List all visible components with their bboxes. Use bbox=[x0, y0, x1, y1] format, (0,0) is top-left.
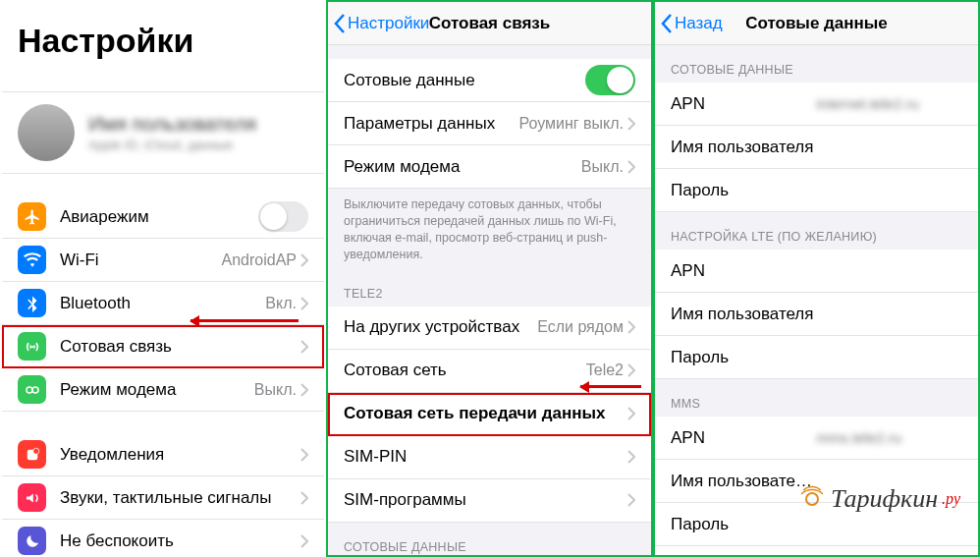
hotspot-icon bbox=[18, 375, 46, 404]
row-label: Имя пользователя bbox=[671, 305, 962, 324]
row-mmsc[interactable]: MMSC http://mmsc.tele2.ru bbox=[655, 546, 978, 557]
chevron-right-icon bbox=[627, 493, 635, 507]
row-value: Если рядом bbox=[537, 318, 624, 336]
svg-point-3 bbox=[32, 448, 38, 454]
navbar: Назад Сотовые данные bbox=[655, 2, 978, 45]
chevron-right-icon bbox=[627, 117, 635, 131]
row-label: На других устройствах bbox=[344, 317, 537, 337]
chevron-right-icon bbox=[300, 383, 308, 397]
row-label: Bluetooth bbox=[60, 294, 265, 313]
row-other-devices[interactable]: На других устройствах Если рядом bbox=[328, 306, 651, 350]
row-airplane-mode[interactable]: Авиарежим bbox=[2, 195, 324, 239]
notifications-icon bbox=[18, 440, 46, 469]
cellular-data-toggle[interactable] bbox=[585, 65, 635, 95]
bluetooth-icon bbox=[18, 289, 46, 317]
apn-panel: Назад Сотовые данные СОТОВЫЕ ДАННЫЕ APN … bbox=[653, 0, 980, 557]
cellular-icon bbox=[18, 332, 46, 361]
row-lte-username[interactable]: Имя пользователя bbox=[655, 293, 978, 336]
chevron-right-icon bbox=[300, 297, 308, 310]
avatar bbox=[18, 104, 75, 161]
row-label: Режим модема bbox=[60, 380, 254, 400]
row-label: Wi-Fi bbox=[60, 251, 222, 270]
chevron-right-icon bbox=[627, 160, 635, 174]
group-header: MMS bbox=[655, 379, 978, 417]
row-label: SIM-программы bbox=[344, 490, 627, 510]
group-header-cellular-data: СОТОВЫЕ ДАННЫЕ bbox=[328, 523, 651, 558]
row-cellular-data[interactable]: Сотовые данные bbox=[328, 59, 651, 102]
group-header: НАСТРОЙКА LTE (ПО ЖЕЛАНИЮ) bbox=[655, 212, 978, 250]
row-password[interactable]: Пароль bbox=[655, 169, 978, 212]
chevron-right-icon bbox=[627, 450, 635, 464]
airplane-icon bbox=[18, 202, 46, 231]
row-sim-apps[interactable]: SIM-программы bbox=[328, 479, 651, 523]
mms-apn-value: mms.tele2.ru bbox=[817, 429, 902, 446]
row-notifications[interactable]: Уведомления bbox=[2, 433, 324, 476]
annotation-arrow bbox=[191, 319, 299, 322]
chevron-right-icon bbox=[300, 448, 308, 462]
svg-point-4 bbox=[806, 493, 818, 505]
watermark-suffix: .ру bbox=[942, 490, 960, 508]
annotation-arrow bbox=[580, 385, 641, 388]
row-mms-apn[interactable]: APN mms.tele2.ru bbox=[655, 417, 978, 460]
row-label: Сотовая сеть передачи данных bbox=[344, 404, 627, 423]
row-cellular[interactable]: Сотовая связь bbox=[2, 325, 324, 368]
row-lte-password[interactable]: Пароль bbox=[655, 336, 978, 379]
row-label: Параметры данных bbox=[344, 114, 518, 134]
row-sounds[interactable]: Звуки, тактильные сигналы bbox=[2, 476, 324, 520]
settings-root-panel: Настройки Имя пользователя Apple ID, iCl… bbox=[0, 0, 326, 557]
navbar-title: Сотовые данные bbox=[745, 14, 888, 33]
group-header: СОТОВЫЕ ДАННЫЕ bbox=[655, 45, 978, 83]
row-data-options[interactable]: Параметры данных Роуминг выкл. bbox=[328, 102, 651, 145]
chevron-right-icon bbox=[627, 363, 635, 377]
row-label: Сотовые данные bbox=[344, 71, 585, 90]
row-hotspot[interactable]: Режим модема Выкл. bbox=[2, 368, 324, 412]
row-label: Не беспокоить bbox=[60, 531, 300, 551]
moon-icon bbox=[18, 527, 46, 555]
group-footer: Выключите передачу сотовых данных, чтобы… bbox=[328, 189, 651, 269]
cellular-panel: Настройки Сотовая связь Сотовые данные П… bbox=[326, 0, 653, 557]
chevron-right-icon bbox=[300, 340, 308, 354]
navbar: Настройки Сотовая связь bbox=[328, 2, 651, 45]
group-header-tele2: TELE2 bbox=[328, 269, 651, 306]
watermark-text: Тарифкин bbox=[831, 484, 938, 514]
page-title: Настройки bbox=[2, 2, 324, 70]
airplane-toggle[interactable] bbox=[258, 201, 308, 232]
row-label: Пароль bbox=[671, 515, 962, 534]
row-dnd[interactable]: Не беспокоить bbox=[2, 520, 324, 557]
profile-row[interactable]: Имя пользователя Apple ID, iCloud, данны… bbox=[2, 91, 324, 174]
row-value: Tele2 bbox=[586, 362, 624, 379]
row-apn[interactable]: APN internet.tele2.ru bbox=[655, 83, 978, 126]
profile-name: Имя пользователя bbox=[88, 113, 256, 136]
chevron-right-icon bbox=[300, 534, 308, 548]
back-button[interactable]: Настройки bbox=[334, 14, 429, 33]
row-label: Сотовая связь bbox=[60, 337, 300, 357]
row-label: APN bbox=[671, 428, 817, 448]
apn-value: internet.tele2.ru bbox=[817, 95, 919, 112]
chevron-right-icon bbox=[627, 320, 635, 334]
row-value: Выкл. bbox=[581, 158, 624, 176]
row-username[interactable]: Имя пользователя bbox=[655, 126, 978, 169]
row-label: APN bbox=[671, 261, 962, 281]
row-value: Выкл. bbox=[254, 381, 297, 399]
row-label: Звуки, тактильные сигналы bbox=[60, 488, 300, 508]
row-label: SIM-PIN bbox=[344, 447, 627, 467]
row-label: Уведомления bbox=[60, 445, 300, 465]
row-wifi[interactable]: Wi-Fi AndroidAP bbox=[2, 239, 324, 282]
row-sim-pin[interactable]: SIM-PIN bbox=[328, 436, 651, 479]
watermark-logo: Тарифкин.ру bbox=[797, 484, 960, 514]
row-value: Роуминг выкл. bbox=[518, 115, 624, 133]
row-label: Имя пользователя bbox=[671, 138, 962, 157]
back-label: Назад bbox=[675, 14, 723, 33]
row-personal-hotspot[interactable]: Режим модема Выкл. bbox=[328, 145, 651, 189]
row-label: APN bbox=[671, 94, 817, 114]
row-lte-apn[interactable]: APN bbox=[655, 250, 978, 293]
row-value: Вкл. bbox=[265, 295, 297, 312]
svg-point-0 bbox=[27, 387, 32, 393]
row-label: Режим модема bbox=[344, 157, 581, 177]
row-label: Пароль bbox=[671, 181, 962, 200]
chevron-right-icon bbox=[300, 253, 308, 267]
back-label: Настройки bbox=[348, 14, 429, 33]
row-cellular-data-network[interactable]: Сотовая сеть передачи данных bbox=[328, 393, 651, 436]
back-button[interactable]: Назад bbox=[661, 14, 723, 33]
wifi-icon bbox=[18, 246, 46, 274]
